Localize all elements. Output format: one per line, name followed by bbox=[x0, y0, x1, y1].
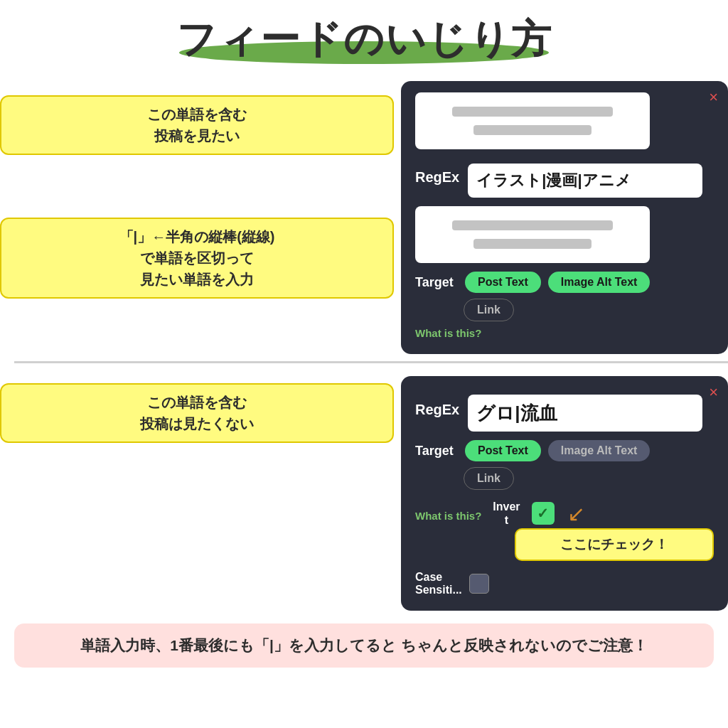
bottom-regex-row: RegEx グロ|流血 bbox=[415, 387, 714, 432]
top-post-text-btn[interactable]: Post Text bbox=[465, 272, 541, 293]
top-target-label: Target bbox=[415, 275, 458, 290]
bottom-regex-label: RegEx bbox=[415, 402, 459, 418]
top-blurred-input bbox=[415, 92, 650, 149]
invert-checkbox[interactable]: ✓ bbox=[532, 502, 555, 525]
top-blurred-input-2 bbox=[415, 206, 650, 263]
bottom-ui-panel: × RegEx グロ|流血 Target Post Text Image Alt… bbox=[401, 376, 728, 611]
annotation-2: 「|」←半角の縦棒(縦線)で単語を区切って見たい単語を入力 bbox=[0, 218, 394, 299]
top-image-alt-text-btn[interactable]: Image Alt Text bbox=[548, 272, 651, 293]
case-checkbox[interactable] bbox=[469, 574, 489, 594]
bottom-regex-value: グロ|流血 bbox=[476, 401, 557, 426]
section-divider bbox=[14, 361, 728, 363]
bottom-note: 単語入力時、1番最後にも「|」を入力してると ちゃんと反映されないのでご注意！ bbox=[14, 623, 714, 668]
top-regex-input[interactable]: イラスト|漫画|アニメ bbox=[468, 164, 702, 198]
invert-row: What is this? Invert ✓ ↙ bbox=[415, 500, 714, 527]
top-regex-row: RegEx イラスト|漫画|アニメ bbox=[415, 156, 714, 198]
top-regex-label: RegEx bbox=[415, 169, 459, 186]
page-title: フィードのいじり方 bbox=[176, 16, 552, 61]
invert-arrow: ↙ bbox=[567, 501, 585, 526]
annotation-4: この単語を含む投稿は見たくない bbox=[0, 383, 394, 443]
bottom-image-alt-text-btn[interactable]: Image Alt Text bbox=[548, 440, 651, 461]
case-row: CaseSensiti... bbox=[415, 571, 714, 596]
bottom-target-label: Target bbox=[415, 444, 458, 459]
case-label: CaseSensiti... bbox=[415, 571, 462, 596]
blur-line-2 bbox=[473, 125, 592, 135]
top-section: この単語を含む投稿を見たい 「|」←半角の縦棒(縦線)で単語を区切って見たい単語… bbox=[0, 81, 728, 354]
top-panel-close-btn[interactable]: × bbox=[709, 88, 718, 107]
top-what-is-this[interactable]: What is this? bbox=[415, 327, 481, 339]
invert-label: Invert bbox=[493, 500, 520, 527]
bottom-note-text: 単語入力時、1番最後にも「|」を入力してると ちゃんと反映されないのでご注意！ bbox=[80, 637, 647, 653]
blur-line-4 bbox=[473, 239, 592, 249]
top-left-annotations: この単語を含む投稿を見たい 「|」←半角の縦棒(縦線)で単語を区切って見たい単語… bbox=[0, 81, 401, 299]
bottom-what-is-this[interactable]: What is this? bbox=[415, 510, 481, 522]
bottom-section: この単語を含む投稿は見たくない × RegEx グロ|流血 Target Pos… bbox=[0, 376, 728, 611]
bottom-target-row: Target Post Text Image Alt Text bbox=[415, 440, 714, 461]
top-regex-value: イラスト|漫画|アニメ bbox=[476, 170, 631, 191]
blur-line-1 bbox=[452, 107, 614, 117]
bottom-link-btn[interactable]: Link bbox=[464, 467, 514, 490]
top-target-row: Target Post Text Image Alt Text bbox=[415, 272, 714, 293]
top-ui-panel: × RegEx イラスト|漫画|アニメ bbox=[401, 81, 728, 354]
top-link-btn[interactable]: Link bbox=[464, 299, 514, 321]
title-area: フィードのいじり方 bbox=[0, 0, 728, 74]
bottom-post-text-btn[interactable]: Post Text bbox=[465, 440, 541, 461]
bottom-regex-input[interactable]: グロ|流血 bbox=[468, 395, 702, 432]
annotation-1: この単語を含む投稿を見たい bbox=[0, 95, 394, 155]
bottom-left-annotations: この単語を含む投稿は見たくない bbox=[0, 376, 401, 443]
bottom-panel-close-btn[interactable]: × bbox=[709, 383, 718, 402]
annotation-5: ここにチェック！ bbox=[515, 528, 714, 561]
blur-line-3 bbox=[452, 220, 614, 230]
